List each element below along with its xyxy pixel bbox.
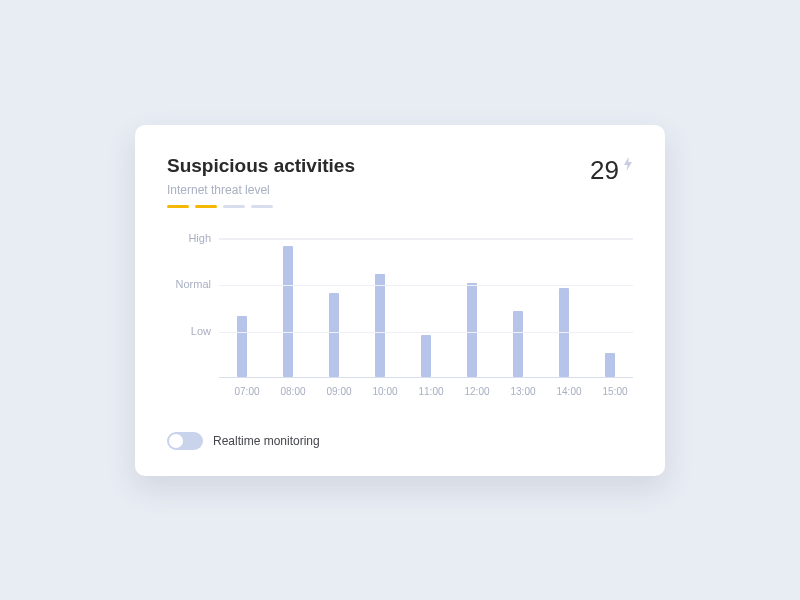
toggle-knob (169, 434, 183, 448)
card-title: Suspicious activities (167, 155, 355, 177)
activity-card: Suspicious activities Internet threat le… (135, 125, 665, 476)
threat-segment (251, 205, 273, 208)
chart-bar (605, 353, 615, 376)
realtime-toggle[interactable] (167, 432, 203, 450)
chart-gridline (219, 332, 633, 333)
threat-level-indicator (167, 205, 355, 208)
chart-bar (283, 246, 293, 377)
threat-segment (167, 205, 189, 208)
y-axis-label: High (188, 232, 211, 244)
chart-bar (375, 274, 385, 377)
activity-count: 29 (590, 155, 619, 186)
count-wrap: 29 (590, 155, 633, 186)
y-axis-label: Normal (176, 278, 211, 290)
threat-segment (195, 205, 217, 208)
x-axis-label: 14:00 (557, 386, 567, 397)
toggle-label: Realtime monitoring (213, 434, 320, 448)
chart-bars (219, 237, 633, 377)
chart-gridline (219, 239, 633, 240)
x-axis-label: 12:00 (465, 386, 475, 397)
x-axis-label: 13:00 (511, 386, 521, 397)
chart-bar (329, 293, 339, 377)
card-header: Suspicious activities Internet threat le… (167, 155, 633, 208)
card-footer: Realtime monitoring (167, 432, 633, 450)
x-axis-label: 07:00 (235, 386, 245, 397)
chart-plot (219, 238, 633, 378)
x-axis-label: 08:00 (281, 386, 291, 397)
header-text-block: Suspicious activities Internet threat le… (167, 155, 355, 208)
chart-bar (513, 311, 523, 376)
x-axis-label: 15:00 (603, 386, 613, 397)
x-axis-label: 10:00 (373, 386, 383, 397)
x-axis-labels: 07:0008:0009:0010:0011:0012:0013:0014:00… (219, 386, 633, 397)
x-axis-label: 11:00 (419, 386, 429, 397)
threat-segment (223, 205, 245, 208)
y-axis-labels: HighNormalLow (167, 238, 217, 378)
lightning-icon (623, 157, 633, 175)
x-axis-label: 09:00 (327, 386, 337, 397)
card-subtitle: Internet threat level (167, 183, 355, 197)
chart-bar (421, 335, 431, 377)
chart-bar (467, 283, 477, 376)
chart-area: HighNormalLow 07:0008:0009:0010:0011:001… (167, 238, 633, 408)
y-axis-label: Low (191, 325, 211, 337)
chart-gridline (219, 285, 633, 286)
chart-bar (237, 316, 247, 377)
